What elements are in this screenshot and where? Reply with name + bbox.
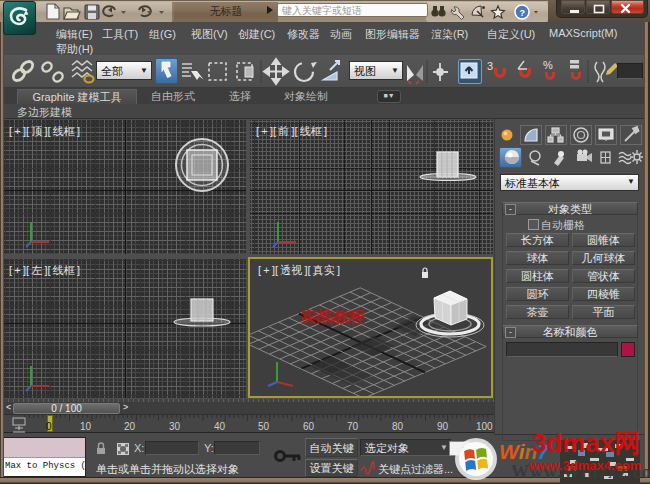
svg-text:?: ? — [520, 8, 526, 18]
svg-text:%: % — [543, 59, 553, 71]
svg-text:3: 3 — [487, 60, 493, 72]
